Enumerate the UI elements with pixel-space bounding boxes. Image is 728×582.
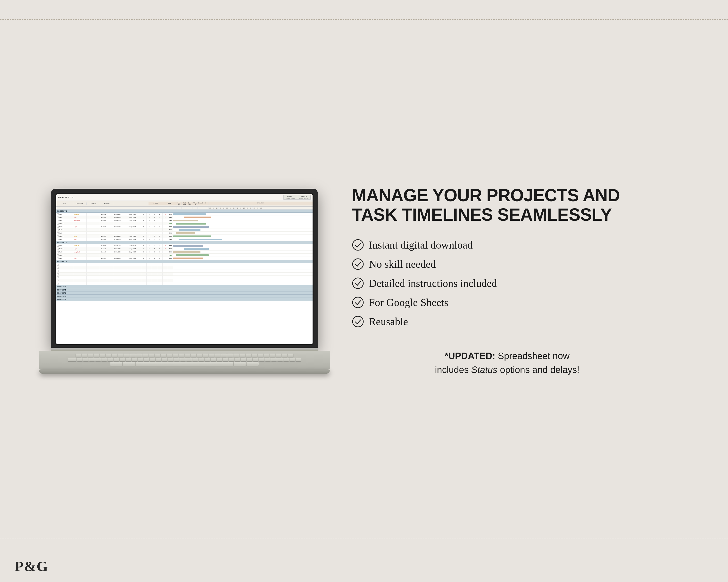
key	[185, 354, 190, 357]
project4-row: PROJECT 4 ↓	[56, 285, 313, 288]
logo-text: P&G	[15, 558, 48, 574]
key	[245, 354, 251, 357]
key	[101, 358, 107, 361]
key	[138, 358, 143, 361]
task-row	[56, 266, 313, 270]
key-cmd	[123, 362, 135, 366]
check-circle-icon-2	[352, 258, 364, 270]
key	[112, 354, 118, 357]
key	[223, 358, 228, 361]
laptop-foot	[39, 369, 330, 374]
project6-row: PROJECT 6 ↓	[56, 292, 313, 295]
key	[100, 354, 105, 357]
task-row: Task 3 Very high Name 3 15 Apr 2024 22 A…	[56, 219, 313, 222]
key	[203, 354, 208, 357]
feature-item-4: For Google Sheets	[352, 296, 662, 309]
key	[215, 354, 220, 357]
feature-item-1: Instant digital download	[352, 239, 662, 251]
key	[241, 358, 246, 361]
project8-row: PROJECT 8 ↓	[56, 298, 313, 301]
laptop-body: PROJECTS WEEK 1 16 April - 20 April WEEK…	[51, 189, 318, 348]
feature-text-3: Detailed instructions included	[369, 277, 497, 289]
key	[142, 354, 148, 357]
key	[289, 358, 295, 361]
week1-label: WEEK 1	[286, 196, 295, 197]
key	[211, 358, 216, 361]
key	[221, 354, 227, 357]
task-row	[56, 263, 313, 266]
task-row	[56, 279, 313, 282]
key	[258, 354, 263, 357]
laptop-hinge-strip	[51, 348, 318, 351]
week2-subtitle: 21 April - 27 April	[299, 197, 308, 199]
key	[149, 354, 154, 357]
key	[106, 354, 111, 357]
key	[235, 358, 240, 361]
task-row: Task 1 Medium Name 1 16 Apr 2024 23 Apr …	[56, 244, 313, 247]
key	[217, 358, 222, 361]
svg-point-3	[353, 297, 363, 308]
task-row: Task 9 High Name 9 17 Apr 2024 28 Apr 20…	[56, 238, 313, 241]
key	[180, 358, 186, 361]
key	[82, 354, 87, 357]
key	[191, 354, 196, 357]
col-priority: PRIORITY	[73, 202, 87, 205]
task-row	[56, 282, 313, 285]
key	[227, 354, 233, 357]
laptop-container: PROJECTS WEEK 1 16 April - 20 April WEEK…	[51, 189, 318, 374]
key	[247, 358, 252, 361]
key	[118, 354, 124, 357]
date-header: 20 Apr 2024	[208, 202, 313, 205]
key	[107, 358, 113, 361]
spreadsheet: PROJECTS WEEK 1 16 April - 20 April WEEK…	[56, 194, 313, 344]
update-text: *UPDATED: Spreadsheet nowincludes Status…	[352, 349, 662, 377]
task-row: Task 4 100%	[56, 254, 313, 257]
key	[89, 358, 95, 361]
feature-item-5: Reusable	[352, 315, 662, 328]
key	[173, 354, 178, 357]
key	[209, 354, 214, 357]
key	[95, 358, 101, 361]
key	[233, 354, 239, 357]
check-circle-icon-5	[352, 315, 364, 328]
key-fn	[110, 362, 122, 366]
check-circle-icon-3	[352, 277, 364, 289]
feature-text-5: Reusable	[369, 315, 408, 328]
key	[174, 358, 180, 361]
col-status: STATUS	[87, 202, 100, 205]
key	[113, 358, 119, 361]
key	[130, 354, 136, 357]
key	[259, 358, 264, 361]
key	[136, 354, 142, 357]
key	[161, 354, 166, 357]
key	[168, 358, 174, 361]
key	[252, 354, 257, 357]
key	[156, 358, 161, 361]
project2-row: PROJECT 2 ↓	[56, 241, 313, 244]
col-start: START	[149, 202, 163, 205]
key-space	[136, 362, 233, 366]
key	[76, 354, 81, 357]
feature-text-2: No skill needed	[369, 258, 436, 270]
task-row: Task 2 High Name 2 18 Apr 2024 24 Apr 20…	[56, 247, 313, 250]
project3-row: PROJECT 3 ↓	[56, 260, 313, 263]
key	[150, 358, 155, 361]
task-row: Task 4 100%	[56, 222, 313, 225]
feature-item-3: Detailed instructions included	[352, 277, 662, 289]
svg-point-1	[353, 259, 363, 270]
task-row: Task 8 Low Name 8 16 Apr 2024 24 Apr 202…	[56, 235, 313, 238]
heading-line2: TASK TIMELINES SEAMLESSLY	[352, 205, 612, 224]
right-panel: MANAGE YOUR PROJECTS AND TASK TIMELINES …	[337, 176, 677, 386]
task-row: Task 1 Medium Name 1 16 Apr 2024 23 Apr …	[56, 213, 313, 216]
task-row: Task 6 10%	[56, 228, 313, 231]
svg-point-0	[353, 240, 363, 250]
key-cmd-r	[234, 362, 246, 366]
svg-point-2	[353, 278, 363, 288]
key	[264, 354, 269, 357]
key	[229, 358, 234, 361]
week2-label: WEEK 2	[299, 196, 308, 197]
project5-row: PROJECT 5 ↓	[56, 288, 313, 292]
feature-text-4: For Google Sheets	[369, 296, 448, 309]
key	[179, 354, 184, 357]
update-suffix: options and delays!	[500, 365, 579, 375]
